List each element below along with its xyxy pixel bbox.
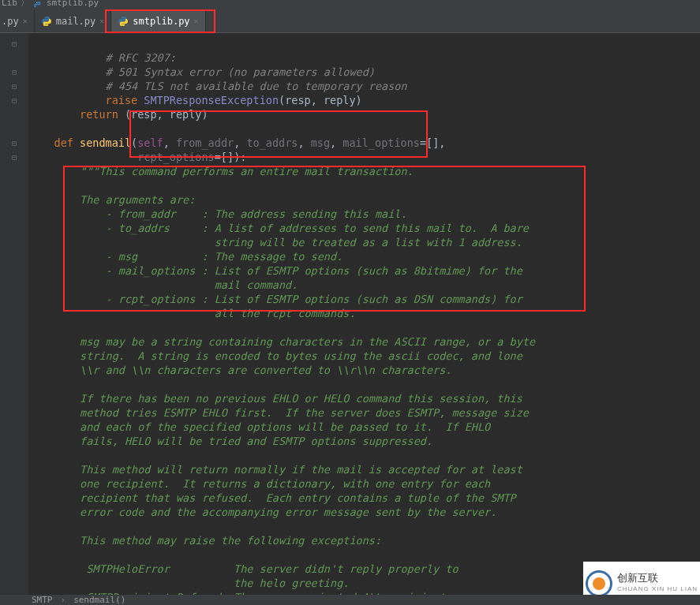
code-line: recipient that was refused. Each entry c… (28, 491, 516, 504)
code-line: - to_addrs : A list of addresses to send… (28, 222, 529, 234)
breadcrumb-item[interactable]: smtplib.py (47, 0, 99, 6)
code-line: method tries ESMTP EHLO first. If the se… (28, 406, 529, 419)
code-line: msg may be a string containing character… (28, 335, 535, 348)
code-line: string will be treated as a list with 1 … (28, 236, 522, 248)
code-line: one recipient. It returns a dictionary, … (28, 477, 490, 490)
code-line: raise SMTPResponseException(resp, reply) (28, 94, 362, 106)
python-file-icon (118, 16, 129, 27)
fold-marker-icon[interactable]: ⊟ (0, 65, 28, 79)
fold-marker-icon[interactable]: ⊟ (0, 79, 28, 93)
code-line: # 501 Syntax error (no parameters allowe… (28, 65, 375, 78)
code-line: # 454 TLS not available due to temporary… (28, 80, 407, 92)
code-line: string. A string is encoded to bytes usi… (28, 349, 522, 362)
tab-label: .py (2, 16, 19, 27)
structure-item[interactable]: sendmail() (73, 595, 125, 605)
code-line: the helo greeting. (28, 577, 349, 589)
chevron-right-icon: 〉 (21, 0, 29, 6)
gutter[interactable]: ⊟ ⊟ ⊟ ⊟ ⊟ ⊟ (0, 33, 28, 596)
code-line: SMTPHeloError The server didn't reply pr… (28, 562, 459, 575)
python-file-icon (41, 16, 52, 27)
fold-marker-icon[interactable]: ⊟ (0, 93, 28, 107)
editor-tab[interactable]: .py ✕ (0, 9, 35, 32)
code-line: The arguments are: (28, 193, 195, 206)
tab-label: mail.py (56, 16, 96, 27)
code-line: This method will return normally if the … (28, 463, 522, 476)
code-line: """This command performs an entire mail … (28, 165, 414, 177)
code-line: error code and the accompanying error me… (28, 506, 496, 518)
brand-logo-icon (586, 570, 612, 597)
code-line: and each of the specified options will b… (28, 420, 490, 433)
code-line: If there has been no previous EHLO or HE… (28, 392, 522, 405)
fold-marker-icon[interactable]: ⊟ (0, 150, 28, 164)
brand-name-en: CHUANG XIN HU LIAN (617, 584, 698, 595)
code-line: def sendmail(self, from_addr, to_addrs, … (28, 136, 445, 149)
code-line: \\r and \\n characters are converted to … (28, 364, 451, 376)
editor-area[interactable]: ⊟ ⊟ ⊟ ⊟ ⊟ ⊟ # RFC 3207: # 501 Syntax err… (0, 33, 700, 596)
close-icon[interactable]: ✕ (99, 17, 104, 25)
breadcrumb-item[interactable]: Lib (2, 0, 17, 6)
close-icon[interactable]: ✕ (23, 17, 28, 25)
code-line: all the rcpt commands. (28, 307, 356, 319)
code-line: mail command. (28, 278, 298, 291)
code-line: - mail_options : List of ESMTP options (… (28, 264, 522, 277)
brand-name-cn: 创新互联 (617, 572, 658, 584)
code-line: This method may raise the following exce… (28, 534, 381, 547)
editor-tab[interactable]: mail.py ✕ (35, 9, 112, 32)
fold-marker-icon[interactable]: ⊟ (0, 136, 28, 150)
close-icon[interactable]: ✕ (194, 17, 199, 25)
code-line: fails, HELO will be tried and ESMTP opti… (28, 435, 432, 447)
breadcrumb-bar: Lib 〉 smtplib.py (0, 0, 700, 9)
fold-marker-icon[interactable]: ⊟ (0, 36, 28, 50)
tab-label: smtplib.py (133, 16, 189, 27)
chevron-right-icon: › (61, 595, 66, 605)
code-line: return (resp, reply) (28, 108, 208, 121)
code-line: - rcpt_options : List of ESMTP options (… (28, 293, 522, 305)
svg-point-0 (36, 2, 37, 3)
code-line: rcpt_options=[]): (28, 151, 246, 163)
structure-breadcrumb[interactable]: SMTP › sendmail() (0, 595, 700, 605)
code-line: - from_addr : The address sending this m… (28, 207, 407, 220)
code-editor-content[interactable]: # RFC 3207: # 501 Syntax error (no param… (28, 33, 535, 596)
structure-item[interactable]: SMTP (32, 595, 53, 605)
code-line: - msg : The message to send. (28, 250, 343, 263)
code-line: # RFC 3207: (28, 51, 176, 64)
editor-tab-bar: .py ✕ mail.py ✕ smtplib.py ✕ (0, 9, 700, 33)
editor-tab-active[interactable]: smtplib.py ✕ (111, 9, 205, 32)
